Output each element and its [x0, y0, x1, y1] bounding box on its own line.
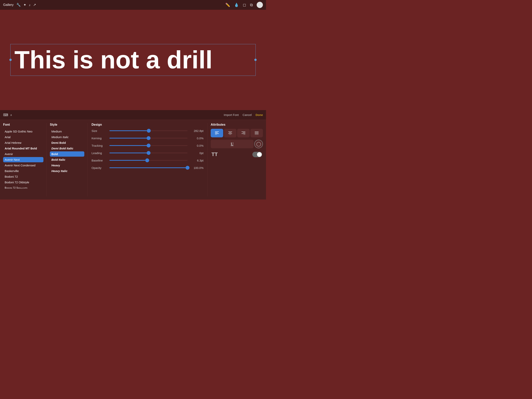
- wrench-icon[interactable]: 🔧: [16, 3, 21, 7]
- done-button[interactable]: Done: [256, 113, 263, 116]
- tt-toggle[interactable]: [252, 152, 262, 157]
- font-item-arial[interactable]: Arial: [3, 135, 44, 140]
- bottom-panel: ⌨ ∧ Import Font Cancel Done Font Apple S…: [0, 110, 266, 200]
- design-column-header: Design: [92, 123, 203, 126]
- opacity-slider[interactable]: [109, 166, 188, 170]
- tracking-slider-thumb[interactable]: [147, 144, 151, 148]
- top-bar: Gallery 🔧 ✦ 𝑠 ↗ ✏️ 💧 ◻ ⧉: [0, 0, 266, 10]
- font-item-avenir-next-condensed[interactable]: Avenir Next Condensed: [3, 163, 44, 168]
- kerning-value: 0.0%: [190, 137, 203, 140]
- style-item-bold[interactable]: Bold: [50, 151, 84, 157]
- align-justify-button[interactable]: [250, 129, 263, 137]
- font-item-avenir[interactable]: Avenir: [3, 151, 44, 157]
- share-icon[interactable]: ↗: [33, 3, 36, 7]
- kerning-slider-thumb[interactable]: [147, 136, 151, 140]
- style-item-demi-bold-italic[interactable]: Demi Bold Italic: [50, 146, 84, 151]
- pencil-tip-icon[interactable]: ✏️: [225, 3, 230, 7]
- size-slider[interactable]: [109, 129, 188, 133]
- font-item-bodoni-72-oldstyle[interactable]: Bodoni 72 Oldstyle: [3, 180, 44, 185]
- keyboard-bar: ⌨ ∧ Import Font Cancel Done: [0, 110, 266, 120]
- size-label: Size: [92, 129, 107, 133]
- leading-row: Leading 0pt: [92, 151, 203, 155]
- tracking-label: Tracking: [92, 144, 107, 147]
- baseline-value: 6.3pt: [190, 159, 203, 162]
- top-bar-left: Gallery 🔧 ✦ 𝑠 ↗: [3, 3, 36, 7]
- strikethrough-button[interactable]: ◯: [254, 140, 263, 148]
- style-item-demi-bold[interactable]: Demi Bold: [50, 140, 84, 145]
- tracking-slider[interactable]: [109, 144, 188, 148]
- gallery-link[interactable]: Gallery: [3, 3, 14, 7]
- svg-rect-12: [255, 131, 259, 132]
- magic-wand-icon[interactable]: ✦: [23, 3, 26, 7]
- keyboard-bar-left: ⌨ ∧: [3, 113, 12, 117]
- svg-rect-6: [228, 134, 232, 134]
- keyboard-icon[interactable]: ⌨: [3, 113, 8, 117]
- toggle-knob: [257, 152, 262, 157]
- font-item-baskerville[interactable]: Baskerville: [3, 168, 44, 174]
- style-item-heavy-italic[interactable]: Heavy Italic: [50, 168, 84, 174]
- avatar[interactable]: [257, 2, 263, 8]
- cancel-button[interactable]: Cancel: [243, 113, 252, 116]
- eyedropper-icon[interactable]: 💧: [234, 3, 239, 7]
- design-column: Design Size 282.8pt Kerning: [88, 123, 208, 196]
- opacity-slider-thumb[interactable]: [186, 166, 190, 170]
- style-item-medium-italic[interactable]: Medium Italic: [50, 135, 84, 140]
- svg-rect-10: [241, 134, 245, 134]
- tracking-value: 0.0%: [190, 144, 203, 147]
- kerning-slider[interactable]: [109, 136, 188, 140]
- panel-columns: Font Apple SD Gothic Neo Arial Arial Heb…: [0, 120, 266, 200]
- import-font-button[interactable]: Import Font: [224, 113, 239, 116]
- svg-rect-1: [215, 133, 218, 133]
- format-buttons-group: U ◯: [211, 140, 263, 148]
- style-item-bold-italic[interactable]: Bold Italic: [50, 157, 84, 162]
- font-item-avenir-next[interactable]: Avenir Next: [3, 157, 44, 162]
- font-item-apple-sd-gothic-neo[interactable]: Apple SD Gothic Neo: [3, 129, 44, 134]
- canvas-area[interactable]: This is not a drill: [0, 10, 266, 110]
- text-box[interactable]: This is not a drill: [10, 44, 256, 76]
- underline-button[interactable]: U: [211, 140, 253, 148]
- leading-slider-thumb[interactable]: [147, 151, 151, 155]
- resize-handle-left[interactable]: [9, 59, 12, 61]
- size-slider-thumb[interactable]: [147, 129, 151, 133]
- top-bar-right: ✏️ 💧 ◻ ⧉: [225, 2, 263, 8]
- size-row: Size 282.8pt: [92, 129, 203, 133]
- eraser-icon[interactable]: ◻: [243, 3, 246, 7]
- kerning-label: Kerning: [92, 137, 107, 140]
- chevron-up-icon[interactable]: ∧: [10, 113, 12, 116]
- font-item-bodoni-72[interactable]: Bodoni 72: [3, 174, 44, 179]
- kerning-row: Kerning 0.0%: [92, 136, 203, 140]
- font-item-arial-rounded-mt-bold[interactable]: Arial Rounded MT Bold: [3, 146, 44, 151]
- leading-value: 0pt: [190, 151, 203, 155]
- opacity-value: 100.0%: [190, 166, 203, 169]
- canvas-text[interactable]: This is not a drill: [14, 46, 252, 74]
- align-buttons-group: [211, 129, 263, 137]
- tt-row: TT: [211, 151, 263, 157]
- style-item-heavy[interactable]: Heavy: [50, 163, 84, 168]
- svg-rect-8: [241, 131, 245, 132]
- svg-rect-13: [255, 133, 259, 133]
- font-item-bodoni-72-smallcaps[interactable]: Bodoni 72 Smallcaps: [3, 185, 44, 190]
- baseline-row: Baseline 6.3pt: [92, 158, 203, 162]
- baseline-slider[interactable]: [109, 158, 188, 162]
- layers-icon[interactable]: ⧉: [250, 3, 253, 7]
- baseline-label: Baseline: [92, 159, 107, 162]
- svg-rect-2: [215, 134, 219, 134]
- opacity-row: Opacity 100.0%: [92, 166, 203, 170]
- script-icon[interactable]: 𝑠: [29, 3, 30, 7]
- style-column-header: Style: [50, 123, 84, 126]
- style-item-medium[interactable]: Medium: [50, 129, 84, 134]
- align-center-button[interactable]: [224, 129, 236, 137]
- resize-handle-right[interactable]: [254, 59, 257, 61]
- font-item-arial-hebrew[interactable]: Arial Hebrew: [3, 140, 44, 145]
- align-right-button[interactable]: [237, 129, 250, 137]
- align-left-button[interactable]: [211, 129, 223, 137]
- size-value: 282.8pt: [190, 129, 203, 133]
- baseline-slider-thumb[interactable]: [145, 158, 149, 162]
- svg-rect-5: [229, 133, 232, 133]
- font-column: Font Apple SD Gothic Neo Arial Arial Heb…: [0, 123, 47, 196]
- style-column: Style Medium Medium Italic Demi Bold Dem…: [47, 123, 88, 196]
- leading-slider[interactable]: [109, 151, 188, 155]
- attributes-column-header: Attributes: [211, 123, 263, 126]
- svg-rect-4: [228, 131, 232, 132]
- font-column-header: Font: [3, 123, 44, 126]
